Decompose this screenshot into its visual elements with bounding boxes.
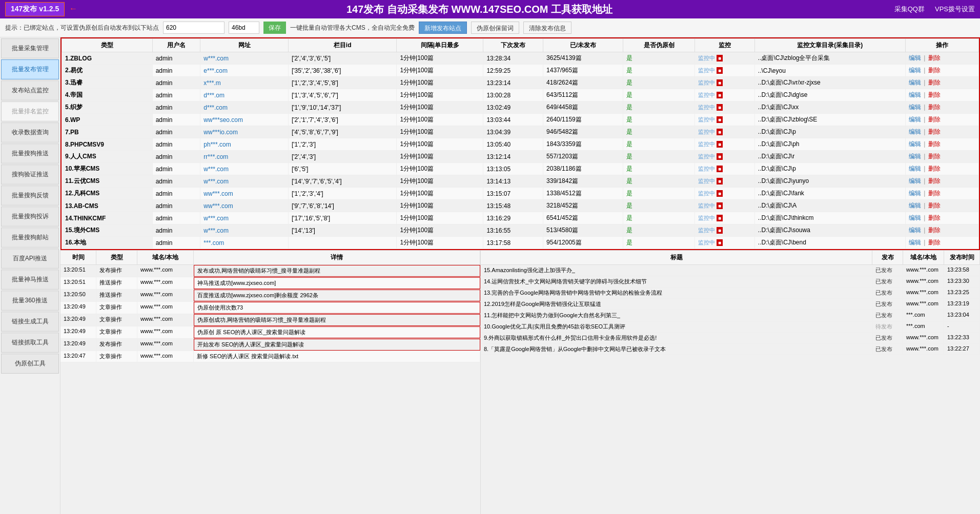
monitor-stop-btn[interactable]: ■ bbox=[717, 202, 723, 209]
cell-url[interactable]: w***.com bbox=[200, 224, 289, 237]
delete-link[interactable]: 删除 bbox=[928, 116, 941, 123]
edit-link[interactable]: 编辑 bbox=[909, 227, 921, 234]
sidebar-item-link-gen[interactable]: 链接生成工具 bbox=[1, 312, 59, 332]
sidebar-item-monitor[interactable]: 发布站点监控 bbox=[1, 80, 59, 100]
monitor-stop-btn[interactable]: ■ bbox=[717, 104, 723, 111]
cell-url[interactable]: w***.com bbox=[200, 52, 289, 65]
delete-link[interactable]: 删除 bbox=[928, 153, 941, 160]
delete-link[interactable]: 删除 bbox=[928, 91, 941, 98]
cell-url[interactable]: ww***io.com bbox=[200, 126, 289, 138]
cell-url[interactable]: ww***.com bbox=[200, 188, 289, 200]
monitor-stop-btn[interactable]: ■ bbox=[717, 215, 723, 221]
delete-link[interactable]: 删除 bbox=[928, 190, 941, 197]
monitor-stop-btn[interactable]: ■ bbox=[717, 190, 723, 197]
cell-url[interactable]: w***.com bbox=[200, 212, 289, 224]
delete-link[interactable]: 删除 bbox=[928, 165, 941, 172]
delete-link[interactable]: 删除 bbox=[928, 227, 941, 234]
cell-url[interactable]: d***.com bbox=[200, 101, 289, 114]
monitor-link[interactable]: 监控中 bbox=[698, 227, 715, 234]
monitor-stop-btn[interactable]: ■ bbox=[717, 79, 723, 86]
cell-url[interactable]: ***.com bbox=[200, 237, 289, 249]
edit-link[interactable]: 编辑 bbox=[909, 190, 921, 197]
edit-link[interactable]: 编辑 bbox=[909, 104, 921, 111]
delete-link[interactable]: 删除 bbox=[928, 140, 941, 148]
sidebar-item-link-fetch[interactable]: 链接抓取工具 bbox=[1, 333, 59, 353]
sidebar-item-360[interactable]: 批量360推送 bbox=[1, 291, 59, 311]
num-input[interactable] bbox=[229, 22, 259, 34]
cell-url[interactable]: x***.m bbox=[200, 77, 289, 89]
sidebar-item-pseudo[interactable]: 伪原创工具 bbox=[1, 354, 59, 374]
sidebar-item-collect-query[interactable]: 收录数据查询 bbox=[1, 122, 59, 142]
edit-link[interactable]: 编辑 bbox=[909, 177, 921, 184]
edit-link[interactable]: 编辑 bbox=[909, 67, 921, 74]
delete-link[interactable]: 删除 bbox=[928, 214, 941, 221]
new-site-button[interactable]: 新增发布站点 bbox=[419, 22, 467, 34]
monitor-stop-btn[interactable]: ■ bbox=[717, 239, 723, 246]
cell-url[interactable]: ph***.com bbox=[200, 138, 289, 151]
edit-link[interactable]: 编辑 bbox=[909, 79, 921, 86]
monitor-stop-btn[interactable]: ■ bbox=[717, 166, 723, 172]
nav-qq-link[interactable]: 采集QQ群 bbox=[894, 5, 925, 14]
cell-url[interactable]: rr***.com bbox=[200, 151, 289, 163]
monitor-stop-btn[interactable]: ■ bbox=[717, 141, 723, 148]
save-button[interactable]: 保存 bbox=[263, 22, 286, 34]
monitor-link[interactable]: 监控中 bbox=[698, 79, 715, 87]
clear-button[interactable]: 清除发布信息 bbox=[523, 22, 571, 34]
cell-url[interactable]: ww***seo.com bbox=[200, 114, 289, 126]
edit-link[interactable]: 编辑 bbox=[909, 165, 921, 172]
delete-link[interactable]: 删除 bbox=[928, 202, 941, 209]
edit-link[interactable]: 编辑 bbox=[909, 202, 921, 209]
edit-link[interactable]: 编辑 bbox=[909, 214, 921, 221]
edit-link[interactable]: 编辑 bbox=[909, 116, 921, 123]
sidebar-item-collect[interactable]: 批量采集管理 bbox=[1, 38, 59, 58]
sidebar-item-sogou-verify[interactable]: 搜狗验证推送 bbox=[1, 165, 59, 184]
monitor-stop-btn[interactable]: ■ bbox=[717, 227, 723, 234]
monitor-link[interactable]: 监控中 bbox=[698, 91, 715, 99]
monitor-stop-btn[interactable]: ■ bbox=[717, 153, 723, 160]
delete-link[interactable]: 删除 bbox=[928, 239, 941, 246]
cell-url[interactable]: w***.com bbox=[200, 175, 289, 188]
sidebar-item-sogou-feedback[interactable]: 批量搜狗反馈 bbox=[1, 186, 59, 205]
cell-url[interactable]: e***.com bbox=[200, 65, 289, 77]
sidebar-item-shenma[interactable]: 批量神马推送 bbox=[1, 270, 59, 290]
monitor-stop-btn[interactable]: ■ bbox=[717, 129, 723, 135]
sidebar-item-publish[interactable]: 批量发布管理 bbox=[1, 59, 59, 79]
cell-url[interactable]: d***.om bbox=[200, 89, 289, 101]
monitor-link[interactable]: 监控中 bbox=[698, 214, 715, 222]
cell-url[interactable]: w***.com bbox=[200, 163, 289, 175]
monitor-link[interactable]: 监控中 bbox=[698, 177, 715, 185]
monitor-link[interactable]: 监控中 bbox=[698, 54, 715, 62]
monitor-stop-btn[interactable]: ■ bbox=[717, 116, 723, 123]
nav-vps-link[interactable]: VPS拨号设置 bbox=[935, 5, 975, 14]
delete-link[interactable]: 删除 bbox=[928, 79, 941, 86]
delete-link[interactable]: 删除 bbox=[928, 67, 941, 74]
sidebar-item-sogou-mail[interactable]: 批量搜狗邮站 bbox=[1, 228, 59, 248]
edit-link[interactable]: 编辑 bbox=[909, 140, 921, 148]
monitor-link[interactable]: 监控中 bbox=[698, 165, 715, 173]
monitor-link[interactable]: 监控中 bbox=[698, 104, 715, 111]
cell-url[interactable]: ww***.com bbox=[200, 200, 289, 212]
monitor-link[interactable]: 监控中 bbox=[698, 140, 715, 148]
publish-body[interactable]: 15.Amazonlisting强化进上加强平办_ 已发布 www.***.co… bbox=[481, 265, 980, 514]
edit-link[interactable]: 编辑 bbox=[909, 153, 921, 160]
delete-link[interactable]: 删除 bbox=[928, 104, 941, 111]
sidebar-item-rank[interactable]: 批量排名监控 bbox=[1, 101, 59, 121]
pseudo-save-button[interactable]: 伪原创保留词 bbox=[471, 22, 519, 34]
monitor-link[interactable]: 监控中 bbox=[698, 128, 715, 136]
monitor-stop-btn[interactable]: ■ bbox=[717, 67, 723, 74]
token-input[interactable] bbox=[163, 22, 224, 34]
monitor-stop-btn[interactable]: ■ bbox=[717, 55, 723, 61]
edit-link[interactable]: 编辑 bbox=[909, 91, 921, 98]
monitor-link[interactable]: 监控中 bbox=[698, 239, 715, 246]
log-body[interactable]: 13:20:51 发布操作 www.***.com 发布成功,网络营销的吸睛坏习… bbox=[60, 265, 480, 514]
monitor-link[interactable]: 监控中 bbox=[698, 67, 715, 74]
sidebar-item-baidu-api[interactable]: 百度API推送 bbox=[1, 249, 59, 269]
monitor-link[interactable]: 监控中 bbox=[698, 202, 715, 210]
monitor-link[interactable]: 监控中 bbox=[698, 153, 715, 160]
sidebar-item-sogou-complaint[interactable]: 批量搜狗投诉 bbox=[1, 207, 59, 227]
edit-link[interactable]: 编辑 bbox=[909, 239, 921, 246]
edit-link[interactable]: 编辑 bbox=[909, 54, 921, 61]
delete-link[interactable]: 删除 bbox=[928, 177, 941, 184]
edit-link[interactable]: 编辑 bbox=[909, 128, 921, 135]
delete-link[interactable]: 删除 bbox=[928, 54, 941, 61]
